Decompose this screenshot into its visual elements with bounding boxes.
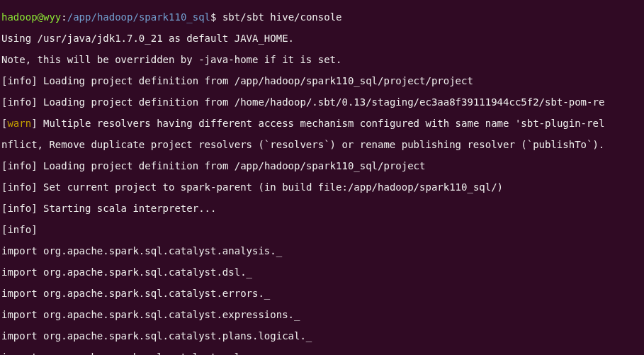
terminal-line-prompt: hadoop@wyy:/app/hadoop/spark110_sql$ sbt… bbox=[1, 12, 643, 23]
info-tag: info bbox=[7, 96, 31, 108]
terminal-line: [info] Loading project definition from /… bbox=[1, 76, 643, 86]
terminal-window[interactable]: hadoop@wyy:/app/hadoop/spark110_sql$ sbt… bbox=[0, 0, 644, 355]
terminal-line: import org.apache.spark.sql.catalyst.err… bbox=[1, 288, 643, 299]
info-tag: info bbox=[7, 203, 31, 214]
terminal-line: import org.apache.spark.sql.catalyst.exp… bbox=[1, 310, 643, 320]
line-text: ] bbox=[31, 224, 43, 235]
warn-tag: warn bbox=[7, 118, 31, 129]
prompt-path: /app/hadoop/spark110_sql bbox=[67, 11, 210, 23]
line-text: ] Set current project to spark-parent (i… bbox=[31, 181, 503, 193]
prompt-colon: : bbox=[61, 11, 67, 23]
terminal-line: [info] Loading project definition from /… bbox=[1, 97, 643, 108]
terminal-line: nflict, Remove duplicate project resolve… bbox=[1, 140, 643, 150]
prompt-host: wyy bbox=[43, 11, 61, 23]
prompt-at: @ bbox=[38, 11, 43, 23]
terminal-line: import org.apache.spark.sql.catalyst.ana… bbox=[1, 246, 643, 257]
line-text: ] Starting scala interpreter... bbox=[31, 203, 216, 214]
terminal-line: [warn] Multiple resolvers having differe… bbox=[1, 118, 643, 129]
prompt-command: sbt/sbt hive/console bbox=[216, 11, 341, 23]
line-text: ] Loading project definition from /app/h… bbox=[31, 75, 473, 86]
info-tag: info bbox=[7, 75, 31, 86]
terminal-line: Note, this will be overridden by -java-h… bbox=[1, 55, 643, 65]
terminal-line: [info] Set current project to spark-pare… bbox=[1, 182, 643, 193]
terminal-line: import org.apache.spark.sql.catalyst.dsl… bbox=[1, 267, 643, 278]
line-text: ] Multiple resolvers having different ac… bbox=[31, 118, 604, 129]
terminal-line: Using /usr/java/jdk1.7.0_21 as default J… bbox=[1, 33, 643, 44]
prompt-user: hadoop bbox=[1, 11, 38, 23]
line-text: ] Loading project definition from /app/h… bbox=[31, 160, 425, 171]
terminal-line: [info] Loading project definition from /… bbox=[1, 161, 643, 171]
info-tag: info bbox=[7, 160, 31, 171]
terminal-line: [info] Starting scala interpreter... bbox=[1, 203, 643, 214]
terminal-line: import org.apache.spark.sql.catalyst.rul… bbox=[1, 352, 643, 355]
line-text: ] Loading project definition from /home/… bbox=[31, 96, 604, 108]
terminal-line: [info] bbox=[1, 225, 643, 235]
terminal-line: import org.apache.spark.sql.catalyst.pla… bbox=[1, 331, 643, 342]
info-tag: info bbox=[7, 181, 31, 193]
info-tag: info bbox=[7, 224, 31, 235]
